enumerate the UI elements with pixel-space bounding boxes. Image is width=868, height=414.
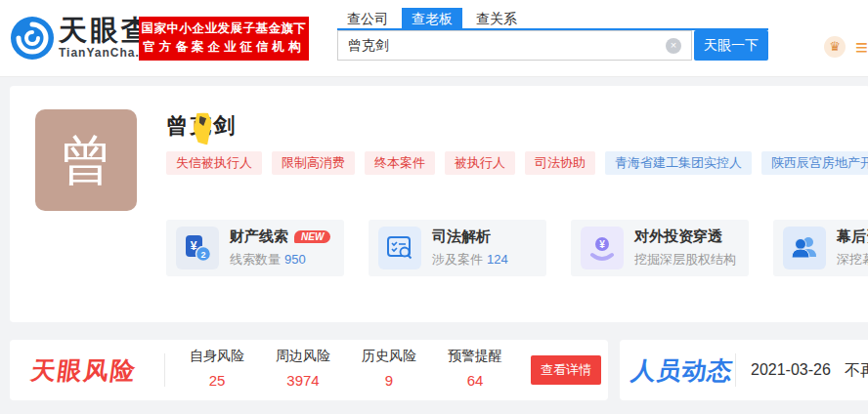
- feature-title: 幕后资本: [837, 228, 868, 246]
- official-certification-badge: 国家中小企业发展子基金旗下 官方备案企业征信机构: [139, 17, 309, 61]
- feature-title: 司法解析: [432, 228, 491, 246]
- tag-list: 失信被执行人 限制高消费 终本案件 被执行人 司法协助 青海省建工集团实控人 陕…: [166, 151, 868, 175]
- profile-card: 曾 曾克剑 失信被执行人 限制高消费 终本案件 被执行人 司法协助 青海省建工集…: [10, 86, 868, 322]
- tianyan-risk-logo: 天眼风险: [29, 354, 140, 387]
- badge-line2: 官方备案企业征信机构: [139, 38, 309, 57]
- tianyancha-eye-icon: [10, 16, 55, 64]
- stat-self-risk[interactable]: 自身风险 25: [174, 348, 260, 389]
- risk-tag[interactable]: 终本案件: [365, 151, 435, 175]
- feature-desc-value: 124: [487, 252, 508, 267]
- feature-desc-label: 线索数量: [230, 252, 281, 267]
- vip-crown-icon[interactable]: ♛: [824, 36, 846, 58]
- new-badge: NEW: [294, 230, 330, 243]
- personnel-news-snippet[interactable]: 不再: [845, 361, 868, 382]
- stat-warning-reminder[interactable]: 预警提醒 64: [432, 348, 518, 389]
- feature-card-text: 司法解析 涉及案件124: [432, 228, 508, 269]
- feature-desc-label: 涉及案件: [432, 252, 483, 267]
- personnel-panel: 人员动态 2021-03-26 不再: [620, 340, 868, 400]
- relation-tag[interactable]: 陕西辰宫房地产开发: [761, 151, 868, 175]
- clear-search-icon[interactable]: ×: [666, 38, 681, 54]
- stat-history-risk[interactable]: 历史风险 9: [346, 348, 432, 389]
- personnel-dynamics-logo: 人员动态: [629, 354, 736, 387]
- relation-tag[interactable]: 青海省建工集团实控人: [605, 151, 752, 175]
- avatar: 曾: [35, 109, 137, 211]
- feature-card-text: 幕后资本 深挖幕后资本: [837, 228, 868, 269]
- top-header: 天眼查 TianYanCha.com 国家中小企业发展子基金旗下 官方备案企业征…: [0, 0, 868, 77]
- personnel-date: 2021-03-26: [751, 361, 831, 379]
- search-input[interactable]: [337, 30, 692, 61]
- money-clue-icon: ¥ 2: [176, 227, 219, 269]
- divider: [735, 353, 736, 387]
- svg-text:¥: ¥: [599, 239, 605, 250]
- feature-card-behind-scenes[interactable]: 幕后资本 深挖幕后资本: [773, 220, 868, 276]
- risk-tag[interactable]: 失信被执行人: [166, 151, 262, 175]
- edge-partial-icon[interactable]: ≡: [855, 35, 868, 61]
- stat-surrounding-risk[interactable]: 周边风险 3974: [260, 348, 346, 389]
- feature-desc-label: 挖掘深层股权结构: [634, 252, 736, 267]
- feature-card-text: 对外投资穿透 挖掘深层股权结构: [634, 228, 736, 269]
- judicial-doc-icon: [378, 227, 421, 269]
- svg-text:2: 2: [200, 250, 205, 260]
- feature-title: 财产线索: [230, 228, 288, 246]
- divider: [164, 353, 165, 387]
- risk-tag[interactable]: 限制高消费: [272, 151, 355, 175]
- feature-card-property-clues[interactable]: ¥ 2 财产线索 NEW 线索数量950: [166, 220, 344, 276]
- page: 天眼查 TianYanCha.com 国家中小企业发展子基金旗下 官方备案企业征…: [0, 0, 868, 414]
- feature-card-text: 财产线索 NEW 线索数量950: [230, 228, 330, 269]
- risk-stats: 自身风险 25 周边风险 3974 历史风险 9 预警提醒 64: [174, 348, 518, 389]
- feature-card-judicial-analysis[interactable]: 司法解析 涉及案件124: [369, 220, 546, 276]
- search-button[interactable]: 天眼一下: [694, 30, 768, 61]
- feature-card-investment-penetration[interactable]: ¥ 对外投资穿透 挖掘深层股权结构: [571, 220, 749, 276]
- feature-title: 对外投资穿透: [634, 228, 722, 246]
- risk-tag[interactable]: 被执行人: [445, 151, 515, 175]
- feature-desc-value: 950: [284, 252, 306, 267]
- behind-scenes-people-icon: [783, 227, 826, 269]
- badge-line1: 国家中小企业发展子基金旗下: [139, 20, 309, 38]
- feature-card-row: ¥ 2 财产线索 NEW 线索数量950: [166, 220, 868, 276]
- feature-desc-label: 深挖幕后资本: [837, 252, 868, 267]
- risk-tag[interactable]: 司法协助: [525, 151, 595, 175]
- view-details-button[interactable]: 查看详情: [531, 355, 601, 385]
- investment-penetrate-icon: ¥: [581, 227, 624, 269]
- risk-panel: 天眼风险 自身风险 25 周边风险 3974 历史风险 9 预警提醒 64 查看…: [10, 340, 608, 400]
